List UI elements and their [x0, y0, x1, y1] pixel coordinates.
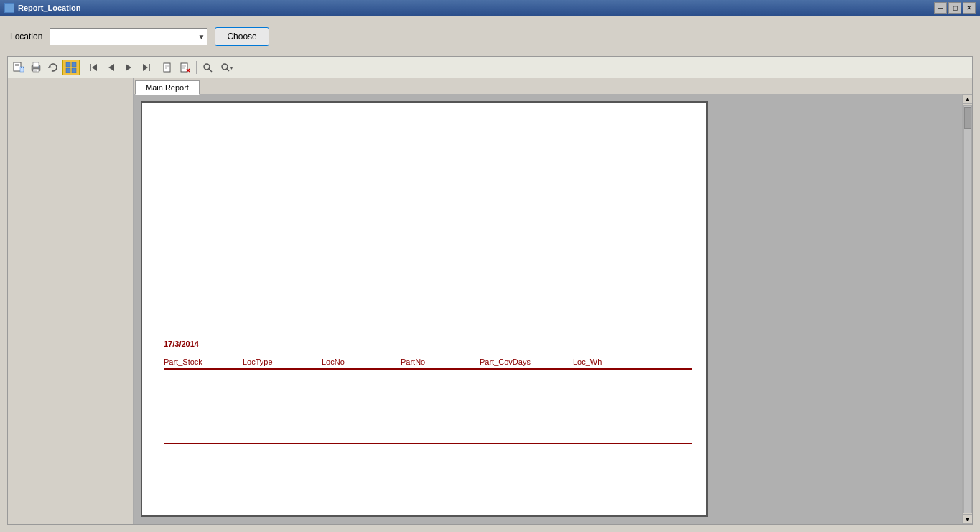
search-button[interactable] [200, 60, 215, 75]
svg-marker-20 [143, 64, 148, 71]
svg-rect-1 [15, 64, 19, 65]
report-viewer: Main Report 17/3/2014 Part_Stock [7, 56, 973, 525]
right-scrollbar[interactable]: ▲ ▼ [962, 94, 972, 524]
nav-last-button[interactable] [138, 60, 154, 75]
svg-rect-12 [72, 62, 76, 67]
report-content-area: Main Report 17/3/2014 Part_Stock [8, 78, 972, 524]
minimize-button[interactable]: ─ [934, 2, 947, 14]
svg-marker-17 [108, 64, 114, 71]
export-button[interactable] [11, 60, 27, 75]
col-header-locno: LocNo [322, 358, 401, 366]
title-bar: Report_Location ─ ◻ ✕ [0, 0, 980, 16]
toolbar-sep-2 [157, 61, 157, 74]
report-table-header: Part_Stock LocType LocNo PartNo Part_Cov… [164, 358, 692, 370]
report-date: 17/3/2014 [164, 340, 199, 348]
nav-prev-button[interactable] [103, 60, 119, 75]
main-report-tab[interactable]: Main Report [135, 80, 200, 95]
report-toolbar [8, 57, 972, 78]
svg-point-9 [38, 66, 39, 67]
col-header-loctype: LocType [243, 358, 322, 366]
svg-rect-11 [66, 62, 70, 67]
nav-next-button[interactable] [121, 60, 136, 75]
report-page-area[interactable]: 17/3/2014 Part_Stock LocType LocNo PartN… [134, 94, 962, 524]
svg-rect-2 [15, 65, 19, 66]
toolbar-sep-1 [83, 61, 83, 74]
refresh-button[interactable] [45, 60, 61, 75]
close-button[interactable]: ✕ [963, 2, 976, 14]
col-header-partno: PartNo [401, 358, 480, 366]
report-page: 17/3/2014 Part_Stock LocType LocNo PartN… [141, 101, 708, 517]
svg-rect-13 [66, 68, 70, 73]
col-header-locwh: Loc_Wh [573, 358, 630, 366]
svg-marker-10 [48, 65, 52, 68]
title-bar-controls[interactable]: ─ ◻ ✕ [934, 2, 976, 14]
svg-line-34 [227, 69, 229, 71]
location-bar: Location ▼ Choose [7, 23, 973, 50]
report-tabs: Main Report [134, 78, 972, 94]
svg-rect-21 [164, 63, 170, 72]
col-header-part-stock: Part_Stock [164, 358, 243, 366]
svg-rect-7 [34, 70, 38, 70]
main-window: Location ▼ Choose [0, 16, 980, 532]
report-main-area: Main Report 17/3/2014 Part_Stock [134, 78, 972, 524]
col-header-partcovdays: Part_CovDays [480, 358, 573, 366]
report-page-wrapper: 17/3/2014 Part_Stock LocType LocNo PartN… [134, 94, 715, 524]
svg-marker-35 [230, 67, 233, 70]
restore-button[interactable]: ◻ [948, 2, 961, 14]
close-report-button[interactable] [177, 60, 193, 75]
svg-rect-5 [33, 62, 39, 67]
page-setup-button[interactable] [160, 60, 176, 75]
page-scroll-container: 17/3/2014 Part_Stock LocType LocNo PartN… [134, 94, 972, 524]
location-dropdown-wrapper: ▼ [50, 28, 207, 45]
location-dropdown[interactable] [50, 28, 207, 45]
scrollbar-track[interactable] [963, 105, 972, 513]
choose-button[interactable]: Choose [215, 27, 269, 46]
window-title: Report_Location [18, 4, 80, 12]
scroll-down-button[interactable]: ▼ [963, 514, 973, 524]
report-footer-line [164, 443, 692, 444]
app-icon [4, 3, 14, 13]
svg-marker-18 [126, 64, 131, 71]
svg-marker-16 [92, 64, 97, 71]
location-label: Location [10, 32, 42, 42]
scrollbar-thumb[interactable] [964, 107, 971, 129]
toolbar-sep-3 [196, 61, 197, 74]
svg-rect-0 [14, 62, 21, 71]
svg-line-32 [209, 69, 212, 72]
nav-first-button[interactable] [86, 60, 102, 75]
svg-point-33 [222, 64, 228, 70]
svg-rect-14 [72, 68, 76, 73]
layout-button[interactable] [62, 60, 80, 75]
search-options-button[interactable] [217, 60, 237, 75]
report-tree-panel [8, 78, 134, 524]
print-button[interactable] [28, 60, 44, 75]
svg-rect-25 [181, 63, 187, 72]
svg-point-31 [204, 64, 210, 70]
svg-rect-8 [34, 70, 37, 71]
scroll-up-button[interactable]: ▲ [963, 94, 973, 104]
title-bar-left: Report_Location [4, 3, 80, 13]
